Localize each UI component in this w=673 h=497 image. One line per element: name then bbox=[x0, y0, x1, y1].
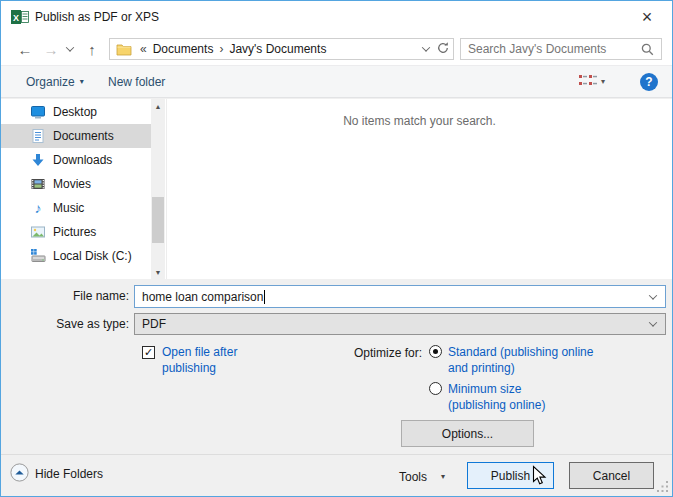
search-icon[interactable] bbox=[641, 43, 661, 56]
help-button[interactable]: ? bbox=[640, 73, 658, 91]
open-file-after-publishing-checkbox[interactable]: ✓ bbox=[142, 346, 155, 359]
downloads-icon bbox=[30, 152, 46, 168]
file-name-input[interactable]: home loan comparison bbox=[134, 285, 666, 308]
music-icon: ♪ bbox=[30, 200, 46, 216]
cancel-button[interactable]: Cancel bbox=[569, 462, 654, 489]
hide-folders-icon bbox=[10, 463, 29, 485]
publish-dialog-window: X Publish as PDF or XPS × ← → ↑ « Docume… bbox=[0, 0, 673, 497]
pictures-icon bbox=[30, 224, 46, 240]
sidebar-item-label: Pictures bbox=[53, 225, 96, 239]
recent-locations-button[interactable] bbox=[63, 33, 77, 65]
breadcrumb[interactable]: « Documents › Javy's Documents bbox=[109, 38, 434, 60]
breadcrumb-collapsed-icon[interactable]: « bbox=[134, 42, 153, 56]
optimize-standard-radio[interactable] bbox=[429, 345, 442, 358]
sidebar-item-pictures[interactable]: Pictures bbox=[1, 220, 151, 244]
sidebar-item-label: Desktop bbox=[53, 105, 97, 119]
sidebar-item-local-disk-c[interactable]: Local Disk (C:) bbox=[1, 244, 151, 268]
close-button[interactable]: × bbox=[630, 1, 664, 33]
optimize-standard-label[interactable]: Standard (publishing online and printing… bbox=[448, 344, 600, 376]
navigation-bar: ← → ↑ « Documents › Javy's Documents bbox=[1, 33, 672, 65]
up-button[interactable]: ↑ bbox=[80, 33, 104, 65]
hide-folders-label: Hide Folders bbox=[35, 467, 103, 481]
scroll-up-button[interactable]: ▲ bbox=[151, 99, 165, 113]
search-input[interactable] bbox=[461, 42, 641, 56]
cancel-button-label: Cancel bbox=[593, 469, 630, 483]
views-icon bbox=[579, 74, 597, 90]
footer-bar: Hide Folders Tools ▾ Publish Cancel bbox=[1, 454, 672, 497]
movies-icon bbox=[30, 176, 46, 192]
title-bar: X Publish as PDF or XPS × bbox=[1, 1, 672, 33]
file-list[interactable]: No items match your search. bbox=[166, 99, 672, 279]
scroll-down-button[interactable]: ▼ bbox=[151, 265, 165, 279]
file-name-value: home loan comparison bbox=[142, 290, 263, 304]
sidebar-item-label: Music bbox=[53, 201, 84, 215]
refresh-icon bbox=[436, 41, 450, 58]
address-dropdown-icon[interactable] bbox=[422, 43, 430, 51]
navigation-pane: Desktop Documents bbox=[1, 99, 151, 279]
search-box bbox=[460, 38, 662, 60]
folder-icon bbox=[116, 42, 132, 56]
tools-dropdown-button[interactable]: Tools ▾ bbox=[399, 455, 445, 497]
publish-button-label: Publish bbox=[491, 469, 530, 483]
close-icon: × bbox=[642, 7, 653, 28]
svg-text:X: X bbox=[13, 13, 19, 23]
window-title: Publish as PDF or XPS bbox=[35, 10, 159, 24]
views-button[interactable]: ▾ bbox=[579, 66, 605, 97]
scroll-down-icon: ▼ bbox=[155, 269, 162, 276]
excel-icon: X bbox=[11, 9, 29, 25]
resize-grip[interactable] bbox=[656, 480, 669, 496]
sidebar-item-music[interactable]: ♪ Music bbox=[1, 196, 151, 220]
caret-down-icon: ▾ bbox=[441, 473, 445, 481]
refresh-button[interactable] bbox=[433, 38, 454, 60]
organize-label: Organize bbox=[26, 75, 75, 89]
forward-button[interactable]: → bbox=[39, 33, 63, 65]
sidebar-item-label: Local Disk (C:) bbox=[53, 249, 132, 263]
text-caret bbox=[264, 290, 265, 304]
sidebar-item-movies[interactable]: Movies bbox=[1, 172, 151, 196]
new-folder-button[interactable]: New folder bbox=[108, 66, 165, 97]
chevron-down-icon[interactable] bbox=[649, 291, 657, 299]
organize-button[interactable]: Organize ▾ bbox=[26, 66, 84, 97]
breadcrumb-separator-icon: › bbox=[213, 42, 229, 56]
chevron-down-icon bbox=[649, 318, 657, 326]
back-button[interactable]: ← bbox=[13, 33, 37, 65]
content-area: Desktop Documents bbox=[1, 99, 672, 279]
chevron-down-icon bbox=[66, 43, 74, 51]
options-button-label: Options... bbox=[442, 427, 493, 441]
radio-dot bbox=[433, 349, 438, 354]
caret-down-icon: ▾ bbox=[601, 78, 605, 86]
scroll-up-icon: ▲ bbox=[155, 103, 162, 110]
check-icon: ✓ bbox=[144, 347, 153, 358]
optimize-minimum-size-radio[interactable] bbox=[429, 382, 442, 395]
sidebar-item-label: Downloads bbox=[53, 153, 112, 167]
up-icon: ↑ bbox=[88, 41, 96, 58]
empty-search-message: No items match your search. bbox=[167, 114, 672, 128]
form-area: File name: home loan comparison Save as … bbox=[1, 279, 672, 454]
command-toolbar: Organize ▾ New folder ▾ ? bbox=[1, 65, 672, 98]
help-icon: ? bbox=[645, 75, 652, 89]
back-icon: ← bbox=[18, 41, 33, 58]
open-file-after-publishing-label[interactable]: Open file after publishing bbox=[162, 344, 262, 376]
forward-icon: → bbox=[44, 41, 59, 58]
sidebar-item-downloads[interactable]: Downloads bbox=[1, 148, 151, 172]
save-as-type-value: PDF bbox=[142, 317, 166, 331]
save-as-type-label: Save as type: bbox=[1, 317, 129, 331]
breadcrumb-item-documents[interactable]: Documents bbox=[153, 42, 214, 56]
sidebar-item-desktop[interactable]: Desktop bbox=[1, 100, 151, 124]
sidebar-item-documents[interactable]: Documents bbox=[1, 124, 151, 148]
sidebar-item-label: Movies bbox=[53, 177, 91, 191]
breadcrumb-item-javys-documents[interactable]: Javy's Documents bbox=[229, 42, 326, 56]
mouse-cursor-icon bbox=[532, 465, 548, 490]
tools-label: Tools bbox=[399, 470, 427, 484]
desktop-icon bbox=[30, 104, 46, 120]
optimize-minimum-size-label[interactable]: Minimum size (publishing online) bbox=[448, 381, 580, 413]
scrollbar-thumb[interactable] bbox=[152, 197, 164, 243]
options-button[interactable]: Options... bbox=[401, 420, 534, 447]
hide-folders-button[interactable]: Hide Folders bbox=[10, 463, 103, 485]
sidebar-scrollbar[interactable]: ▲ ▼ bbox=[151, 99, 165, 279]
save-as-type-select[interactable]: PDF bbox=[134, 313, 666, 335]
documents-icon bbox=[30, 128, 46, 144]
local-disk-icon bbox=[30, 248, 46, 264]
new-folder-label: New folder bbox=[108, 75, 165, 89]
optimize-for-label: Optimize for: bbox=[319, 346, 422, 360]
